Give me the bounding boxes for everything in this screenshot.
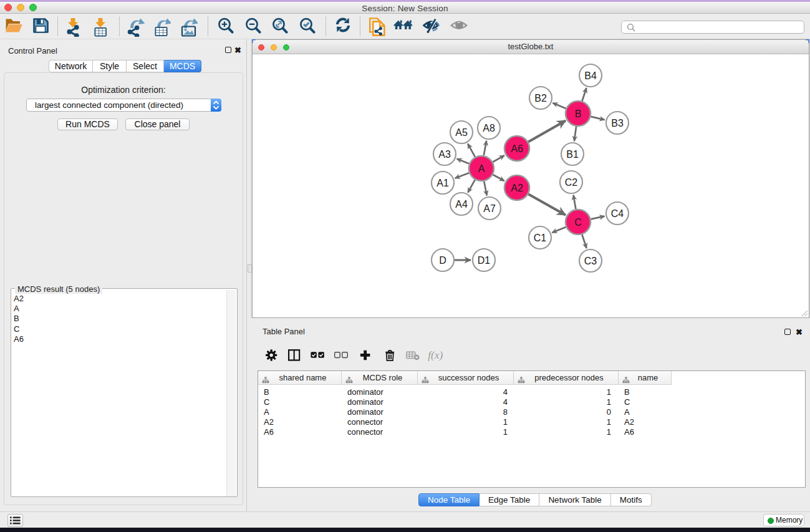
svg-text:A8: A8 xyxy=(483,123,495,133)
svg-text:C1: C1 xyxy=(534,233,547,243)
svg-text:B1: B1 xyxy=(566,149,579,160)
svg-text:A4: A4 xyxy=(455,199,468,210)
svg-text:A3: A3 xyxy=(438,149,451,160)
svg-text:B3: B3 xyxy=(611,118,624,128)
svg-text:A7: A7 xyxy=(483,203,496,214)
svg-text:C: C xyxy=(574,217,582,228)
svg-text:A1: A1 xyxy=(436,178,449,188)
svg-text:B4: B4 xyxy=(584,70,597,81)
svg-text:C3: C3 xyxy=(584,256,597,266)
svg-text:C4: C4 xyxy=(611,208,624,219)
svg-text:C2: C2 xyxy=(565,177,578,188)
svg-text:A5: A5 xyxy=(455,127,468,138)
svg-text:D: D xyxy=(439,255,446,266)
svg-text:A: A xyxy=(478,163,485,174)
svg-text:B2: B2 xyxy=(534,93,547,104)
svg-text:B: B xyxy=(575,109,582,119)
svg-text:A2: A2 xyxy=(511,183,523,193)
svg-text:D1: D1 xyxy=(478,255,491,266)
svg-text:A6: A6 xyxy=(511,143,523,154)
